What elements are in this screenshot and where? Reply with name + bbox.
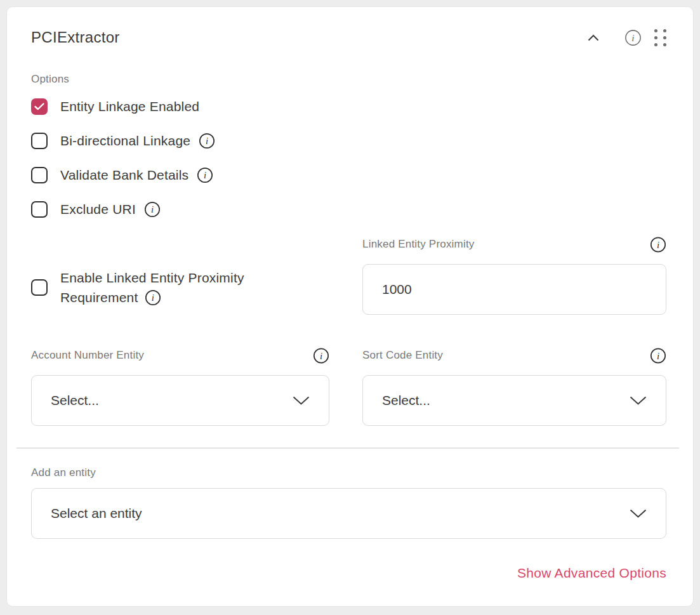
info-icon[interactable]: i — [145, 289, 161, 306]
add-entity-label: Add an entity — [31, 466, 666, 479]
svg-text:i: i — [204, 170, 206, 180]
info-icon[interactable]: i — [650, 347, 666, 364]
drag-handle-icon[interactable] — [654, 29, 666, 46]
checkbox-label: Exclude URI — [60, 202, 136, 217]
entity-selects-section: Account Number Entity i Select... — [31, 347, 666, 426]
info-icon[interactable]: i — [197, 167, 213, 183]
checkbox-label: Enable Linked Entity Proximity Requireme… — [60, 268, 303, 307]
select-value: Select... — [382, 393, 430, 408]
checkbox-exclude-uri[interactable] — [31, 201, 48, 218]
account-number-entity-label: Account Number Entity — [31, 349, 313, 362]
card-header: PCIExtractor i — [7, 7, 693, 49]
checkbox-row-entity-linkage-enabled[interactable]: Entity Linkage Enabled — [31, 98, 666, 115]
linked-entity-proximity-label: Linked Entity Proximity — [362, 238, 650, 251]
card-title: PCIExtractor — [31, 29, 120, 46]
sort-code-entity-field: Sort Code Entity i Select... — [362, 347, 666, 426]
checkbox-entity-linkage-enabled[interactable] — [31, 98, 48, 115]
checkbox-enable-linked-entity-proximity[interactable] — [31, 279, 48, 296]
checkbox-row-bi-directional-linkage[interactable]: Bi-directional Linkage i — [31, 133, 666, 149]
svg-text:i: i — [320, 350, 322, 360]
svg-text:i: i — [151, 204, 154, 215]
svg-text:i: i — [206, 136, 208, 146]
checkbox-label: Validate Bank Details — [60, 168, 188, 183]
show-advanced-options-link[interactable]: Show Advanced Options — [517, 565, 666, 581]
header-info-icon[interactable]: i — [624, 29, 642, 46]
checkbox-bi-directional-linkage[interactable] — [31, 133, 48, 149]
checkbox-row-enable-linked-entity-proximity[interactable]: Enable Linked Entity Proximity Requireme… — [31, 235, 329, 315]
checkbox-validate-bank-details[interactable] — [31, 167, 48, 183]
chevron-down-icon — [630, 396, 647, 406]
info-icon[interactable]: i — [144, 201, 161, 218]
svg-text:i: i — [657, 239, 659, 249]
sort-code-entity-select[interactable]: Select... — [362, 375, 666, 426]
sort-code-entity-label: Sort Code Entity — [362, 349, 650, 362]
account-number-entity-select[interactable]: Select... — [31, 375, 329, 426]
pci-extractor-card: PCIExtractor i Options — [6, 6, 694, 607]
checkbox-label: Entity Linkage Enabled — [60, 99, 199, 114]
svg-text:i: i — [657, 350, 659, 360]
linked-entity-proximity-field: Linked Entity Proximity i — [362, 235, 666, 315]
section-divider — [17, 447, 679, 449]
select-value: Select an entity — [51, 506, 142, 521]
linked-entity-proximity-input[interactable] — [362, 264, 666, 315]
add-entity-select[interactable]: Select an entity — [31, 488, 666, 539]
chevron-down-icon — [293, 396, 310, 406]
info-icon[interactable]: i — [313, 347, 329, 364]
add-entity-section: Add an entity Select an entity — [31, 466, 666, 539]
select-value: Select... — [51, 393, 99, 408]
info-icon[interactable]: i — [199, 133, 215, 149]
account-number-entity-field: Account Number Entity i Select... — [31, 347, 329, 426]
info-icon[interactable]: i — [650, 236, 666, 253]
svg-text:i: i — [152, 293, 154, 303]
checkbox-label: Bi-directional Linkage — [60, 133, 190, 149]
options-checkbox-list: Entity Linkage Enabled Bi-directional Li… — [31, 98, 666, 218]
svg-text:i: i — [631, 32, 634, 43]
chevron-down-icon — [630, 509, 647, 519]
checkbox-row-validate-bank-details[interactable]: Validate Bank Details i — [31, 167, 666, 183]
options-label: Options — [31, 73, 666, 86]
card-footer: Show Advanced Options — [31, 565, 666, 581]
checkbox-row-exclude-uri[interactable]: Exclude URI i — [31, 201, 666, 218]
collapse-chevron-up-icon[interactable] — [585, 29, 602, 46]
proximity-section: Enable Linked Entity Proximity Requireme… — [31, 235, 666, 315]
